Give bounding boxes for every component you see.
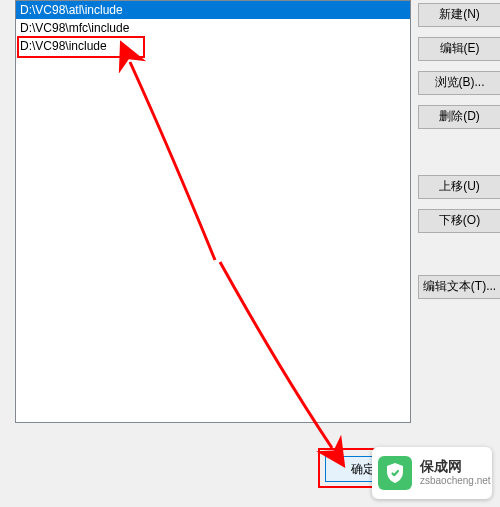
delete-button[interactable]: 删除(D): [418, 105, 500, 129]
list-item[interactable]: D:\VC98\mfc\include: [16, 19, 410, 37]
browse-button[interactable]: 浏览(B)...: [418, 71, 500, 95]
new-button[interactable]: 新建(N): [418, 3, 500, 27]
include-paths-listbox[interactable]: D:\VC98\atl\include D:\VC98\mfc\include …: [15, 0, 411, 423]
list-item[interactable]: D:\VC98\include: [16, 37, 410, 55]
movedn-button[interactable]: 下移(O): [418, 209, 500, 233]
watermark-title: 保成网: [420, 458, 491, 474]
edit-text-button[interactable]: 编辑文本(T)...: [418, 275, 500, 299]
watermark-url: zsbaocheng.net: [420, 474, 491, 488]
shield-icon: [378, 456, 412, 490]
watermark-badge: 保成网 zsbaocheng.net: [372, 447, 492, 499]
list-item[interactable]: D:\VC98\atl\include: [16, 1, 410, 19]
edit-button[interactable]: 编辑(E): [418, 37, 500, 61]
moveup-button[interactable]: 上移(U): [418, 175, 500, 199]
